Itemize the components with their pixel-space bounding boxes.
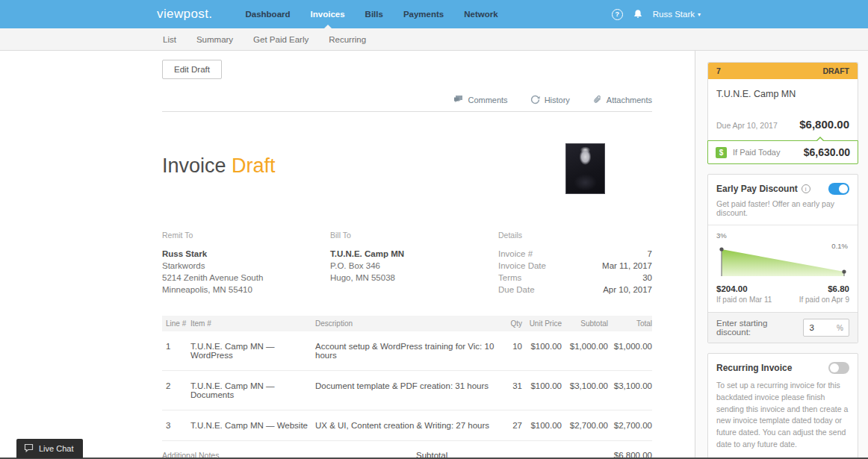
invoice-logo-image (565, 143, 605, 194)
details-label: Details (498, 229, 652, 241)
draft-status-word: Draft (232, 154, 276, 177)
line-items-table: Line # Item # Description Qty Unit Price… (162, 316, 652, 441)
starting-discount-input[interactable]: 3 % (803, 319, 849, 337)
top-nav-right: ? Russ Stark ▾ (612, 0, 701, 28)
early-pay-discount-card: Early Pay Discount i Get paid faster! Of… (707, 174, 858, 343)
history-link[interactable]: History (530, 95, 570, 104)
if-paid-today-label: If Paid Today (733, 148, 780, 157)
address-section: Remit To Russ Stark Starkwords 5214 Zeni… (162, 229, 652, 296)
recurring-invoice-title: Recurring Invoice (716, 363, 792, 373)
user-menu[interactable]: Russ Stark ▾ (653, 10, 701, 19)
chart-start-pct: 3% (716, 231, 727, 240)
table-header-row: Line # Item # Description Qty Unit Price… (162, 316, 652, 331)
status-badge: DRAFT (822, 66, 849, 75)
early-pay-left-label: If paid on Mar 11 (716, 296, 772, 304)
bill-to-name: T.U.N.E. Camp MN (330, 248, 498, 260)
subnav-item-get-paid-early[interactable]: Get Paid Early (253, 35, 309, 44)
invoice-number-badge: 7 (716, 66, 721, 75)
bill-to-label: Bill To (330, 229, 498, 241)
subnav-item-recurring[interactable]: Recurring (329, 35, 366, 44)
live-chat-button[interactable]: Live Chat (16, 439, 83, 458)
chart-end-pct: 0.1% (831, 242, 848, 250)
nav-item-payments[interactable]: Payments (403, 0, 444, 28)
percent-suffix: % (837, 324, 843, 332)
details-block: Details Invoice #7 Invoice DateMar 11, 2… (498, 229, 652, 296)
bill-to-block: Bill To T.U.N.E. Camp MN P.O. Box 346 Hu… (330, 229, 498, 296)
top-nav: viewpost. Dashboard Invoices Bills Payme… (0, 0, 868, 28)
viewpost-logo: viewpost. (157, 7, 212, 22)
early-pay-subtitle: Get paid faster! Offer an early pay disc… (716, 199, 849, 217)
nav-item-network[interactable]: Network (464, 0, 497, 28)
history-icon (530, 95, 540, 104)
subnav-item-summary[interactable]: Summary (196, 35, 233, 44)
invoice-terms: 30 (642, 272, 652, 284)
comments-icon (453, 96, 463, 104)
invoice-amount: $6,800.00 (799, 118, 849, 131)
comments-link[interactable]: Comments (453, 96, 507, 104)
table-row: 2 T.U.N.E. Camp MN — Documents Document … (162, 371, 652, 410)
invoice-date: Mar 11, 2017 (602, 260, 652, 272)
invoice-main: Edit Draft Comments History (0, 51, 695, 458)
subnav-item-list[interactable]: List (163, 35, 176, 44)
early-pay-left-amount: $204.00 (716, 284, 772, 293)
remit-to-name: Russ Stark (162, 248, 330, 260)
payee-name: T.U.N.E. Camp MN (716, 89, 849, 99)
starting-discount-label: Enter starting discount: (716, 319, 803, 337)
status-card: 7 DRAFT T.U.N.E. Camp MN Due Apr 10, 201… (707, 62, 858, 164)
chevron-down-icon: ▾ (698, 11, 701, 18)
attachments-link[interactable]: Attachments (592, 95, 652, 104)
nav-item-invoices[interactable]: Invoices (311, 0, 345, 28)
recurring-invoice-card: Recurring Invoice To set up a recurring … (707, 353, 858, 459)
chat-bubble-icon (24, 443, 34, 454)
early-pay-right-amount: $6.80 (799, 284, 849, 293)
paperclip-icon (592, 95, 602, 104)
table-row: 1 T.U.N.E. Camp MN — WordPress Account s… (162, 331, 652, 371)
due-date-label: Due Apr 10, 2017 (716, 121, 778, 130)
invoice-sidebar: 7 DRAFT T.U.N.E. Camp MN Due Apr 10, 201… (695, 51, 868, 458)
early-pay-left-point: $204.00 If paid on Mar 11 (716, 284, 772, 304)
notifications-bell-icon[interactable] (633, 9, 643, 19)
page-title: Invoice Draft (162, 154, 276, 178)
starting-discount-value: 3 (809, 323, 813, 332)
edit-draft-button[interactable]: Edit Draft (162, 60, 222, 79)
viewpost-invoice-page: viewpost. Dashboard Invoices Bills Payme… (0, 0, 868, 459)
remit-to-block: Remit To Russ Stark Starkwords 5214 Zeni… (162, 229, 330, 296)
invoices-subnav: List Summary Get Paid Early Recurring (0, 28, 868, 51)
if-paid-today-box: $ If Paid Today $6,630.00 (707, 140, 858, 164)
table-row: 3 T.U.N.E. Camp MN — Website UX & UI, Co… (162, 410, 652, 441)
nav-item-dashboard[interactable]: Dashboard (245, 0, 290, 28)
info-icon[interactable]: i (802, 184, 810, 193)
early-pay-right-label: If paid on Apr 9 (799, 296, 849, 304)
invoice-number: 7 (648, 248, 652, 260)
early-pay-toggle[interactable] (828, 183, 849, 195)
nav-item-bills[interactable]: Bills (365, 0, 383, 28)
discount-decay-chart: 3% 0.1% (708, 225, 858, 282)
invoice-meta-links: Comments History Attachments (162, 95, 652, 112)
user-name: Russ Stark (653, 10, 695, 19)
recurring-invoice-toggle[interactable] (828, 362, 849, 374)
early-pay-right-point: $6.80 If paid on Apr 9 (799, 284, 849, 304)
remit-to-label: Remit To (162, 229, 330, 241)
if-paid-today-amount: $6,630.00 (804, 146, 850, 158)
recurring-invoice-text: To set up a recurring invoice for this b… (716, 380, 849, 451)
dollar-icon: $ (716, 147, 727, 158)
status-card-header: 7 DRAFT (708, 63, 858, 79)
invoice-due-date: Apr 10, 2017 (603, 284, 652, 296)
early-pay-title: Early Pay Discount (716, 184, 798, 194)
main-nav: Dashboard Invoices Bills Payments Networ… (245, 0, 497, 28)
help-icon[interactable]: ? (612, 9, 623, 20)
